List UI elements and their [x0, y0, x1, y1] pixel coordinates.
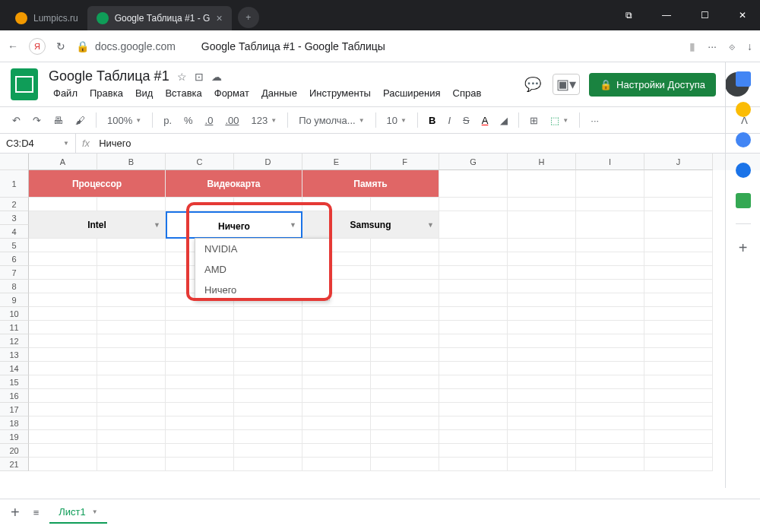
maximize-button[interactable]: ☐ — [693, 10, 716, 21]
menu-extensions[interactable]: Расширения — [378, 86, 445, 100]
borders-button[interactable]: ⊞ — [525, 112, 543, 129]
url-display[interactable]: 🔒 docs.google.com — [76, 40, 176, 52]
menu-format[interactable]: Формат — [210, 86, 254, 100]
downloads-icon[interactable]: ↓ — [747, 40, 752, 52]
dv-cell-samsung[interactable]: Samsung▼ — [302, 211, 439, 239]
contacts-icon[interactable] — [736, 163, 751, 178]
minimize-button[interactable]: — — [655, 10, 678, 21]
dropdown-option-nvidia[interactable]: NVIDIA — [195, 239, 329, 259]
menu-tools[interactable]: Инструменты — [305, 86, 375, 100]
fill-color-button[interactable]: ◢ — [496, 112, 512, 129]
merge-button[interactable]: ⬚▼ — [546, 112, 573, 129]
calendar-icon[interactable] — [736, 71, 751, 87]
spreadsheet-grid[interactable]: 1 2 3 4 5 6 7 8 9 10 11 12 13 14 15 16 1… — [0, 154, 760, 496]
row-header[interactable]: 1 — [0, 170, 29, 198]
paint-format-button[interactable]: 🖌 — [71, 112, 90, 129]
comments-icon[interactable]: 💬 — [522, 74, 543, 95]
present-icon[interactable]: ▣▾ — [553, 74, 580, 95]
extensions-icon[interactable]: ⟐ — [729, 40, 735, 52]
tasks-icon[interactable] — [736, 132, 751, 147]
header-cell-memory[interactable]: Память — [302, 170, 439, 198]
undo-button[interactable]: ↶ — [8, 112, 25, 129]
reload-button[interactable]: ↻ — [56, 40, 65, 52]
row-header[interactable]: 11 — [0, 321, 29, 334]
more-icon[interactable]: ··· — [708, 40, 717, 52]
name-box[interactable]: C3:D4▼ — [0, 134, 76, 153]
move-icon[interactable]: ⊡ — [195, 71, 204, 83]
col-header[interactable]: A — [29, 154, 97, 170]
percent-button[interactable]: % — [179, 112, 198, 129]
header-cell-gpu[interactable]: Видеокарта — [166, 170, 302, 198]
dropdown-option-nothing[interactable]: Ничего — [195, 280, 329, 300]
row-header[interactable]: 17 — [0, 403, 29, 416]
currency-button[interactable]: р. — [159, 112, 176, 129]
browser-tab-active[interactable]: Google Таблица #1 - G × — [87, 6, 232, 30]
sheet-tab[interactable]: Лист1▼ — [49, 502, 106, 524]
back-button[interactable]: ← — [8, 40, 18, 52]
font-size-select[interactable]: 10▼ — [382, 112, 411, 129]
col-header[interactable]: F — [371, 154, 439, 170]
strikethrough-button[interactable]: S — [458, 112, 474, 129]
collections-icon[interactable]: ⧉ — [617, 10, 640, 21]
row-header[interactable]: 8 — [0, 280, 29, 293]
row-header[interactable]: 13 — [0, 348, 29, 362]
col-header[interactable]: I — [576, 154, 644, 170]
row-header[interactable]: 14 — [0, 362, 29, 375]
header-cell-processor[interactable]: Процессор — [29, 170, 166, 198]
menu-edit[interactable]: Правка — [85, 86, 128, 100]
increase-decimal-button[interactable]: .00 — [220, 112, 243, 129]
col-header[interactable]: C — [166, 154, 234, 170]
select-all-corner[interactable] — [0, 154, 29, 170]
row-header[interactable]: 3 — [0, 211, 29, 225]
col-header[interactable]: H — [508, 154, 576, 170]
share-button[interactable]: 🔒 Настройки Доступа — [589, 73, 716, 97]
col-header[interactable]: J — [644, 154, 713, 170]
dropdown-option-amd[interactable]: AMD — [195, 259, 329, 280]
new-tab-button[interactable]: + — [238, 7, 259, 28]
toolbar-more-button[interactable]: ··· — [586, 112, 603, 129]
document-title[interactable]: Google Таблица #1 — [49, 68, 169, 84]
bold-button[interactable]: B — [424, 112, 440, 129]
row-header[interactable]: 12 — [0, 334, 29, 348]
row-header[interactable]: 7 — [0, 266, 29, 280]
redo-button[interactable]: ↷ — [28, 112, 46, 129]
row-header[interactable]: 2 — [0, 198, 29, 211]
italic-button[interactable]: I — [443, 112, 455, 129]
row-header[interactable]: 18 — [0, 416, 29, 430]
row-header[interactable]: 19 — [0, 430, 29, 444]
dv-cell-gpu-selected[interactable]: Ничего▼ — [166, 211, 302, 239]
decrease-decimal-button[interactable]: .0 — [201, 112, 218, 129]
row-header[interactable]: 15 — [0, 375, 29, 389]
menu-insert[interactable]: Вставка — [160, 86, 206, 100]
row-header[interactable]: 4 — [0, 225, 29, 239]
yandex-button[interactable]: Я — [29, 38, 46, 55]
row-header[interactable]: 21 — [0, 458, 29, 471]
row-header[interactable]: 20 — [0, 444, 29, 458]
bookmark-icon[interactable]: ▮ — [689, 40, 695, 52]
col-header[interactable]: G — [439, 154, 508, 170]
close-icon[interactable]: × — [216, 12, 222, 24]
menu-view[interactable]: Вид — [131, 86, 158, 100]
formula-input[interactable]: Ничего — [96, 138, 134, 149]
row-header[interactable]: 5 — [0, 239, 29, 252]
col-header[interactable]: B — [97, 154, 166, 170]
star-icon[interactable]: ☆ — [177, 71, 187, 83]
print-button[interactable]: 🖶 — [49, 112, 68, 129]
add-addon-button[interactable]: + — [739, 239, 748, 257]
sheets-logo-icon[interactable] — [11, 68, 38, 100]
text-color-button[interactable]: A — [477, 112, 493, 129]
col-header[interactable]: E — [302, 154, 371, 170]
col-header[interactable]: D — [234, 154, 302, 170]
dv-cell-intel[interactable]: Intel▼ — [29, 211, 166, 239]
row-header[interactable]: 9 — [0, 293, 29, 307]
close-button[interactable]: ✕ — [731, 10, 754, 21]
menu-data[interactable]: Данные — [257, 86, 302, 100]
menu-file[interactable]: Файл — [49, 86, 82, 100]
add-sheet-button[interactable]: + — [8, 501, 23, 524]
all-sheets-button[interactable]: ≡ — [30, 504, 43, 521]
row-header[interactable]: 10 — [0, 307, 29, 321]
row-header[interactable]: 6 — [0, 252, 29, 266]
row-header[interactable]: 16 — [0, 389, 29, 403]
cloud-icon[interactable]: ☁ — [211, 71, 222, 83]
keep-icon[interactable] — [736, 102, 751, 117]
